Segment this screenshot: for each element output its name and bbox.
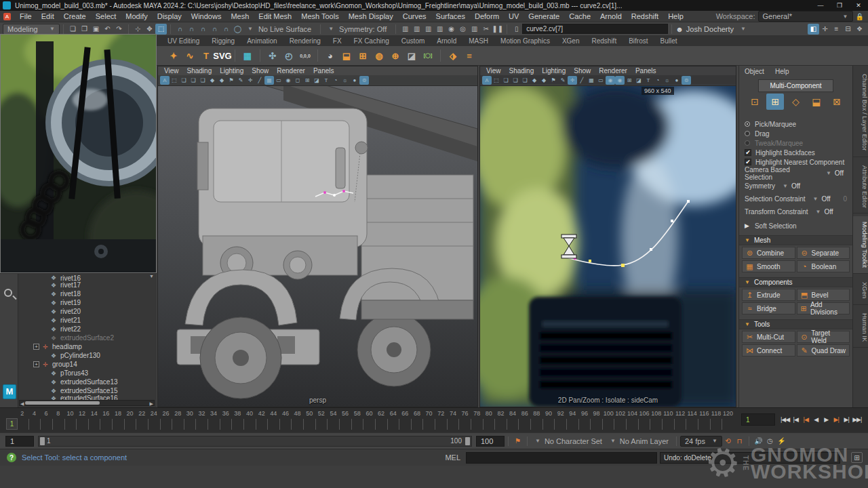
radio-row[interactable]: Pick/Marquee <box>739 119 852 129</box>
window-control-button[interactable]: ❐ <box>830 0 849 11</box>
toolkit-menu-item[interactable]: Help <box>775 68 789 75</box>
outliner-item[interactable]: + ❖ rivet16 <box>18 275 155 281</box>
chevron-down-icon[interactable]: ▼ <box>610 438 616 444</box>
menu-item[interactable]: Mesh Display <box>344 11 398 22</box>
render-icon[interactable]: ▥ <box>469 24 480 35</box>
tools-section-header[interactable]: ▼ Tools <box>739 319 852 329</box>
toolkit-button[interactable]: ⊞ Add Divisions <box>797 302 850 314</box>
live-surface-field[interactable]: No Live Surface <box>253 25 317 33</box>
sidebar-toggle-icon[interactable]: ✛ <box>819 24 831 35</box>
toolbar-file-icon[interactable]: ❐ <box>79 24 90 35</box>
transport-button[interactable]: ▶| <box>831 412 841 427</box>
snap-icon[interactable]: ∩ <box>174 24 186 35</box>
viewport-toggle-icon[interactable]: ◔ <box>331 76 340 85</box>
playback-loop-icon[interactable]: ⟲ <box>722 436 734 447</box>
checkbox-row[interactable]: ✔ Highlight Backfaces <box>739 148 852 157</box>
chevron-down-icon[interactable]: ▼ <box>248 26 253 32</box>
dock-tab[interactable]: Channel Box / Layer Editor <box>853 68 868 157</box>
viewport-toggle-icon[interactable]: ◆ <box>530 76 539 85</box>
viewport-toggle-icon[interactable]: ╱ <box>255 76 264 85</box>
playback-end-field[interactable]: 100 <box>476 436 505 447</box>
panel-menu-item[interactable]: Lighting <box>538 67 569 75</box>
viewport-toggle-icon[interactable]: ◉ <box>606 76 615 85</box>
render-icon[interactable]: ✂ <box>480 24 492 35</box>
sidebar-toggle-icon[interactable]: ❖ <box>854 24 865 35</box>
menu-item[interactable]: Create <box>59 11 91 22</box>
shelf-tab[interactable]: XGen <box>556 36 586 46</box>
shelf-tool-icon[interactable]: [◯] <box>420 47 436 64</box>
sidebar-toggle-icon[interactable]: ≡ <box>831 24 842 35</box>
snap-icon[interactable]: ∩ <box>197 24 209 35</box>
viewport-toggle-icon[interactable]: ◉ <box>615 76 625 85</box>
viewport-toggle-icon[interactable]: ▭ <box>274 76 283 85</box>
outliner-item[interactable]: + ❖ rivet19 <box>18 298 155 307</box>
viewport-toggle-icon[interactable]: ⚑ <box>226 76 236 85</box>
component-mode-icon[interactable]: ◇ <box>787 94 805 110</box>
current-frame-marker[interactable]: 1 <box>6 418 18 430</box>
viewport-toggle-icon[interactable]: ⚑ <box>549 76 558 85</box>
toolkit-button[interactable]: ≈ Bridge <box>742 302 795 314</box>
transport-button[interactable]: |◀◀ <box>780 412 790 427</box>
dropdown-row[interactable]: Transform Constraint ▼ Off <box>739 205 852 218</box>
audio-icon[interactable]: 🔊 <box>753 436 764 447</box>
frame-ticks[interactable] <box>16 419 734 430</box>
dock-tab[interactable]: XGen <box>853 277 868 304</box>
script-editor-icon[interactable]: ⊞ <box>851 452 863 463</box>
transport-button[interactable]: |◀ <box>801 412 810 427</box>
toolkit-button[interactable]: ◔ Boolean <box>797 260 850 272</box>
outliner-item[interactable]: + ❖ rivet18 <box>18 289 155 298</box>
menu-item[interactable]: Arnold <box>595 11 627 22</box>
dock-tab[interactable]: Human IK <box>853 308 868 348</box>
toolkit-button[interactable]: ▦ Smooth <box>742 260 795 272</box>
menu-item[interactable]: Redshift <box>627 11 663 22</box>
shelf-tool-icon[interactable]: ⊕ <box>387 47 403 64</box>
render-icon[interactable]: ▥ <box>399 24 411 35</box>
viewport-toggle-icon[interactable]: ☼ <box>663 76 672 85</box>
shelf-tab[interactable]: Bifrost <box>623 36 654 46</box>
panel-menu-item[interactable]: Show <box>248 67 272 75</box>
shelf-tab[interactable]: Rigging <box>205 36 241 46</box>
viewport-toggle-icon[interactable]: ❏ <box>520 76 530 85</box>
panel-menu-item[interactable]: Renderer <box>273 67 309 75</box>
viewport-toggle-icon[interactable]: ◔ <box>653 76 663 85</box>
window-control-button[interactable]: — <box>811 0 830 11</box>
outliner-item[interactable]: + ❖ pTorus43 <box>18 369 155 378</box>
isolate-select-icon[interactable]: ▯ <box>511 24 522 35</box>
panel-menu-item[interactable]: Lighting <box>216 67 247 75</box>
radio-row[interactable]: Drag <box>739 129 852 138</box>
workspace-lock-icon[interactable]: 🔒 <box>856 13 864 20</box>
shelf-tool-icon[interactable] <box>440 49 441 62</box>
outliner-item[interactable]: + ✛ headlamp <box>18 342 155 351</box>
viewport-toggle-icon[interactable]: ◆ <box>208 76 217 85</box>
set-key-icon[interactable]: ⚑ <box>512 436 524 447</box>
panel-menu-item[interactable]: Shading <box>184 67 216 75</box>
shelf-tool-icon[interactable]: ◪ <box>403 47 420 64</box>
outliner-item[interactable]: + ❖ pCylinder130 <box>18 351 155 360</box>
viewport-toggle-icon[interactable]: ◆ <box>217 76 226 85</box>
time-slider[interactable]: 2468101214161820222426283032343638404244… <box>0 407 868 432</box>
snap-icon[interactable]: ∩ <box>220 24 232 35</box>
range-slider[interactable]: 1 100 <box>38 436 472 447</box>
viewport-toggle-icon[interactable]: A <box>160 76 170 85</box>
dropdown-row[interactable]: Selection Constraint ▼ Off 0 <box>739 192 852 205</box>
viewport-toggle-icon[interactable]: ◪ <box>634 76 644 85</box>
shelf-tool-icon[interactable]: ◕ <box>322 47 338 64</box>
chevron-down-icon[interactable]: ▼ <box>535 438 540 444</box>
menu-item[interactable]: Edit Mesh <box>254 11 296 22</box>
transport-button[interactable]: |◀ <box>791 412 800 427</box>
menu-item[interactable]: File <box>15 11 37 22</box>
panel-menu-item[interactable]: Panels <box>632 67 660 75</box>
panel-menu-item[interactable]: Panels <box>310 67 338 75</box>
expand-plus-icon[interactable]: + <box>33 344 39 350</box>
menu-item[interactable]: Deform <box>470 11 504 22</box>
shelf-tool-icon[interactable]: ⊞ <box>355 47 371 64</box>
help-icon[interactable]: ? <box>7 453 16 462</box>
persp-viewport[interactable]: ViewShadingLightingShowRendererPanels A⬚… <box>157 66 478 407</box>
selection-mask-icon[interactable]: ⬚ <box>155 24 167 35</box>
outliner-item[interactable]: + ❖ rivet22 <box>18 325 155 333</box>
viewport-toggle-icon[interactable]: ☼ <box>340 76 350 85</box>
viewport-toggle-icon[interactable]: ✎ <box>558 76 568 85</box>
viewport-toggle-icon[interactable]: ⊞ <box>302 76 312 85</box>
viewport-toggle-icon[interactable]: ▦ <box>587 76 596 85</box>
menu-set-dropdown[interactable]: Modeling ▼ <box>3 24 60 35</box>
